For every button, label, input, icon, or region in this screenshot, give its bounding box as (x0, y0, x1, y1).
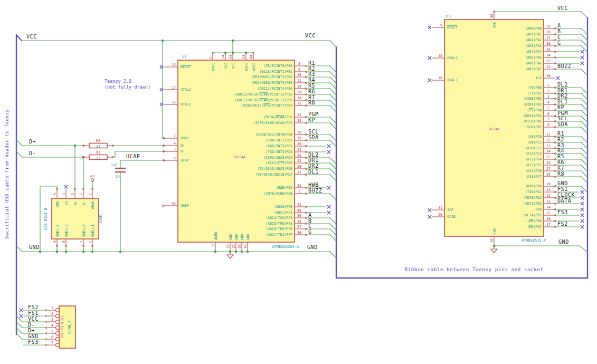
conn7-pin-7[interactable]: 7FS3 (28, 339, 59, 347)
svg-text:28: 28 (546, 173, 551, 177)
svg-text:GND: GND (234, 234, 239, 241)
svg-text:(A12)PC4: (A12)PC4 (525, 157, 542, 161)
svg-text:(A8)PC0: (A8)PC0 (527, 135, 542, 139)
net-label-gnd-ic2: GND (558, 239, 569, 245)
conn7-pin-2[interactable]: 2FS1 (20, 310, 60, 318)
svg-text:DR1: DR1 (308, 157, 319, 163)
svg-text:(SS/PCINT0)PB0: (SS/PCINT0)PB0 (263, 64, 292, 68)
svg-text:ICP: ICP (447, 208, 453, 212)
svg-text:16: 16 (546, 217, 551, 221)
svg-text:22: 22 (546, 138, 551, 142)
svg-text:(RD)PD7: (RD)PD7 (527, 225, 542, 229)
conn7-pin-1[interactable]: 1FS2 (20, 304, 60, 312)
svg-text:(AD2)PA2: (AD2)PA2 (525, 38, 542, 42)
svg-text:(T0/OC4D/ADC10)PD7: (T0/OC4D/ADC10)PD7 (255, 173, 293, 177)
svg-text:VCC: VCC (224, 62, 228, 69)
svg-text:G: G (308, 229, 312, 235)
ic2-ref: IC2 (445, 14, 452, 18)
svg-text:13: 13 (546, 199, 551, 204)
svg-text:23: 23 (546, 144, 551, 148)
svg-text:(AD0)PA0: (AD0)PA0 (525, 26, 542, 31)
svg-text:(WR)PD6: (WR)PD6 (527, 219, 542, 223)
net-label-vcc-ic2: VCC (557, 5, 568, 11)
svg-text:FS3: FS3 (557, 209, 568, 215)
svg-text:XTAL2: XTAL2 (181, 102, 191, 107)
svg-text:DL1: DL1 (308, 169, 319, 175)
capacitor-c4[interactable] (115, 168, 126, 172)
svg-text:UVCC: UVCC (211, 62, 215, 71)
svg-text:XTAL1: XTAL1 (447, 78, 458, 82)
svg-text:7: 7 (51, 341, 53, 345)
net-label-ucap: UCAP (126, 154, 140, 159)
svg-text:PD4: PD4 (535, 207, 542, 212)
svg-text:5: 5 (51, 329, 53, 333)
note-ribbon-cable: Ribbon cable between Teensy pins and soc… (404, 266, 543, 272)
svg-text:(AD4)PA4: (AD4)PA4 (525, 50, 542, 54)
svg-text:18: 18 (438, 54, 442, 58)
svg-text:14: 14 (221, 55, 225, 59)
svg-text:29: 29 (297, 90, 301, 94)
svg-text:39: 39 (546, 24, 551, 28)
svg-text:BUZZ: BUZZ (557, 63, 571, 69)
svg-text:FS3: FS3 (28, 339, 39, 345)
svg-text:(A14)PC6: (A14)PC6 (525, 169, 542, 173)
svg-text:34: 34 (546, 53, 551, 58)
svg-text:40: 40 (490, 14, 494, 18)
svg-text:25: 25 (546, 155, 551, 159)
svg-text:22: 22 (297, 159, 301, 163)
svg-text:31: 31 (297, 113, 301, 117)
svg-text:D-: D- (181, 149, 185, 154)
conn7-ref: CONN_7 (68, 320, 72, 333)
svg-text:(ADC0)PF0: (ADC0)PF0 (274, 205, 292, 209)
wire-dminus-entry (16, 151, 22, 157)
svg-text:(A15)PC7: (A15)PC7 (525, 175, 542, 179)
svg-text:A: A (557, 23, 561, 28)
net-label-gnd-left: GND (29, 244, 40, 250)
svg-text:RESET: RESET (181, 65, 191, 69)
svg-text:R2: R2 (557, 137, 564, 142)
svg-text:C: C (557, 34, 561, 40)
svg-text:R5: R5 (557, 154, 564, 159)
svg-text:R4: R4 (557, 148, 564, 154)
svg-text:5: 5 (211, 244, 215, 246)
svg-text:UCAP: UCAP (181, 158, 189, 162)
svg-text:(RXD/INT2)PD2: (RXD/INT2)PD2 (266, 144, 292, 148)
svg-text:XTAL1: XTAL1 (181, 88, 191, 92)
svg-text:(A10)PC2: (A10)PC2 (525, 146, 542, 150)
svg-text:24: 24 (546, 149, 551, 154)
svg-text:43: 43 (243, 244, 248, 248)
svg-text:15: 15 (226, 244, 230, 248)
svg-text:(ICP2/ADC8)PD4: (ICP2/ADC8)PD4 (263, 156, 292, 160)
svg-text:27: 27 (297, 170, 301, 175)
con1-part-name: USB-MINI-B (44, 208, 48, 230)
svg-text:1: 1 (88, 193, 92, 195)
u1-footprint: TQFP44 (233, 155, 245, 159)
svg-text:34: 34 (229, 55, 233, 59)
svg-text:38: 38 (297, 219, 301, 224)
svg-text:9: 9 (440, 23, 442, 27)
svg-text:6: 6 (174, 156, 176, 160)
wire-ic2-vcc-entry (581, 12, 587, 18)
svg-text:10: 10 (297, 73, 301, 77)
wire-dplus-entry (16, 140, 22, 146)
svg-text:29: 29 (438, 213, 442, 217)
svg-text:2: 2 (209, 57, 213, 59)
wire-conn7-vcc-entry (16, 316, 22, 322)
svg-text:4: 4 (174, 141, 176, 146)
svg-text:D-: D- (28, 322, 35, 328)
svg-text:SHELL3: SHELL3 (64, 224, 69, 237)
svg-text:21: 21 (546, 132, 551, 137)
svg-text:G: G (557, 40, 561, 46)
schematic-canvas[interactable]: U1 ATMEGA32U4-A TQFP44 IC2 AT90S8515-P D… (0, 0, 597, 364)
c4-ref: C4 (116, 175, 120, 179)
svg-text:HWB: HWB (308, 182, 319, 188)
svg-text:(SCLK/PCINT1)PB1: (SCLK/PCINT1)PB1 (259, 70, 292, 74)
svg-text:C: C (308, 223, 312, 229)
svg-text:VCC: VCC (492, 22, 497, 28)
svg-text:37: 37 (546, 36, 551, 40)
con1-ref: CON1 (99, 214, 103, 223)
svg-text:1: 1 (547, 83, 549, 88)
svg-text:GND: GND (229, 234, 233, 241)
svg-text:1: 1 (298, 189, 300, 194)
svg-text:18: 18 (297, 130, 301, 135)
